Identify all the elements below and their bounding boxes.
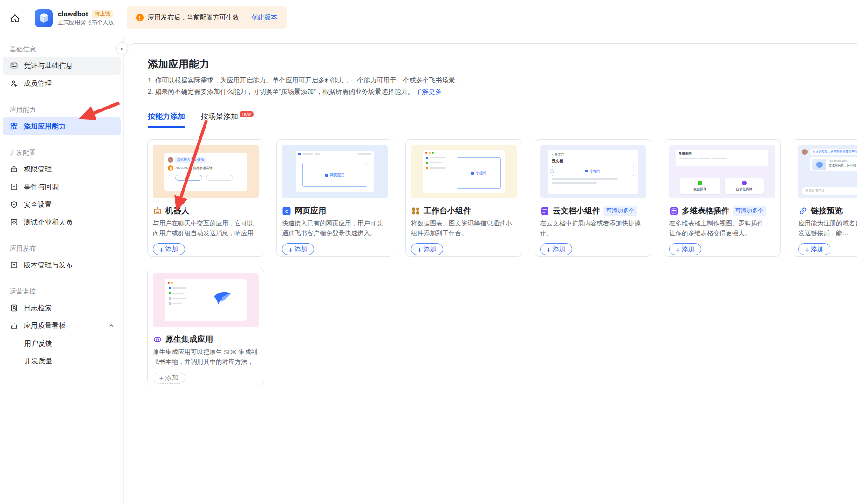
shield-check-icon [10, 200, 18, 209]
sidebar-collapse-button[interactable]: « [116, 42, 128, 54]
card-title: 云文档小组件 [553, 205, 600, 216]
bar-chart-icon [10, 321, 18, 330]
sidebar-item-label: 权限管理 [24, 165, 52, 174]
plus-icon [676, 245, 680, 253]
sidebar-item-members[interactable]: 成员管理 [3, 75, 121, 92]
publish-notice-bar: ! 应用发布后，当前配置方可生效 创建版本 [127, 6, 287, 29]
thumb-input-bar: 发送给 项目组 Aa ☺ [802, 187, 857, 195]
sidebar-divider [7, 139, 116, 139]
sidebar-section-monitoring: 运营监控 [10, 286, 116, 296]
learn-more-link[interactable]: 了解更多 [416, 88, 442, 95]
thumb-site: Learning.com [829, 159, 857, 162]
thumb-window: 小组件 [423, 150, 505, 193]
add-web-app-button[interactable]: 添加 [282, 243, 314, 255]
grid-icon [698, 181, 702, 185]
plus-icon [159, 245, 164, 253]
notice-text: 应用发布后，当前配置方可生效 [148, 14, 239, 22]
code-square-icon [10, 218, 18, 226]
sidebar-item-events[interactable]: 事件与回调 [3, 178, 121, 196]
header-divider [28, 13, 28, 23]
home-icon [10, 13, 20, 23]
card-bot: @机器人 待办事项 2022-05-20 待办事项详情 [147, 139, 264, 257]
collapse-icon: « [120, 45, 123, 52]
svg-text:e: e [285, 208, 288, 214]
sidebar-item-add-capability[interactable]: 添加应用能力 [3, 117, 121, 135]
card-title: 多维表格插件 [682, 205, 729, 216]
sidebar-item-version-release[interactable]: 版本管理与发布 [3, 256, 121, 274]
card-title: 机器人 [165, 205, 189, 216]
app-subtitle: 正式应用@飞书个人版 [58, 20, 114, 26]
create-version-link[interactable]: 创建版本 [251, 14, 277, 22]
card-desc: 快速接入已有的网页应用，用户可以通过飞书客户端免登录快速进入。 [282, 218, 388, 238]
multi-add-badge: 可添加多个 [733, 206, 766, 216]
home-button[interactable] [6, 9, 24, 27]
card-desc: 应用能为注册的域名自定…户在飞书发送链接后，能… [798, 218, 857, 238]
page-desc-1: 1. 你可以根据实际需求，为应用开启能力。单个应用可开启多种能力，一个能力可用于… [148, 76, 857, 85]
sidebar: 基础信息 凭证与基础信息 成员管理 应用能力 添加应用能力 开发配置 权限管理 … [0, 36, 124, 504]
plus-icon [288, 245, 293, 253]
thumb-file-list [169, 287, 193, 305]
app-meta: clawdbot 待上线 正式应用@飞书个人版 [58, 10, 114, 26]
card-desc: 原生集成应用可以把原生 SDK 集成到飞书本地，并调用其中的对应方法，为用户提.… [153, 347, 259, 367]
app-logo-icon[interactable] [35, 9, 53, 27]
sidebar-section-capabilities: 应用能力 [10, 105, 116, 114]
add-base-plugin-button[interactable]: 添加 [669, 243, 701, 255]
sidebar-item-test-company[interactable]: 测试企业和人员 [3, 213, 121, 231]
thumb-base-window: 多维表格 [676, 150, 768, 166]
top-bar: clawdbot 待上线 正式应用@飞书个人版 ! 应用发布后，当前配置方可生效… [0, 0, 857, 36]
sidebar-item-label: 添加应用能力 [24, 122, 66, 131]
robot-icon [153, 206, 162, 216]
sidebar-item-log-search[interactable]: 日志检索 [3, 299, 121, 317]
card-title: 原生集成应用 [165, 334, 213, 345]
sidebar-item-label: 日志检索 [24, 304, 52, 313]
thumb-view-plugin: 视图插件 [680, 178, 720, 194]
sidebar-item-credentials[interactable]: 凭证与基础信息 [3, 57, 121, 75]
lock-icon [10, 165, 18, 173]
sidebar-item-permissions[interactable]: 权限管理 [3, 160, 121, 178]
add-link-preview-button[interactable]: 添加 [798, 243, 830, 255]
sidebar-item-user-feedback[interactable]: 用户反馈 [3, 334, 121, 352]
card-desc: 将数据图表、图文资讯等信息通过小组件添加到工作台。 [411, 218, 517, 238]
id-card-icon [10, 61, 18, 70]
docs-widget-icon [540, 206, 549, 216]
sidebar-item-security[interactable]: 安全设置 [3, 196, 121, 213]
card-thumbnail: 方法到实践，从不同角度覆盖产品形态 Learning.com 方法到实践，从不同… [798, 145, 857, 198]
thumb-back: < 云文档 [552, 152, 634, 157]
event-callback-icon [10, 183, 18, 191]
card-web-app: 网页应用 e 网页应用 快速接入已有的网页应用，用户可以通过飞书客户端免登录快速… [276, 139, 393, 257]
new-badge: new [240, 111, 254, 117]
capability-cards-row-2: 原生集成应用 原生集成应用可以把原生 SDK 集成到飞书本地，并调用其中的对应方… [147, 268, 857, 385]
app-status-badge: 待上线 [92, 10, 113, 18]
capability-cards-row-1: @机器人 待办事项 2022-05-20 待办事项详情 [147, 139, 857, 257]
publish-arrow-icon [10, 261, 18, 269]
app-name: clawdbot [58, 10, 88, 18]
thumb-widget-list [426, 157, 453, 169]
add-workplace-widget-button[interactable]: 添加 [411, 243, 443, 255]
card-base-plugin: 多维表格 视图插件 自动化插件 [664, 139, 781, 257]
thumb-link-image [812, 159, 826, 170]
plus-icon [805, 245, 809, 253]
workplace-icon [411, 206, 420, 216]
sidebar-item-dev-quality[interactable]: 开发质量 [3, 352, 121, 370]
card-thumbnail: 多维表格 视图插件 自动化插件 [669, 145, 775, 198]
plus-icon: + [550, 169, 554, 173]
sidebar-item-label: 测试企业和人员 [24, 218, 73, 227]
feishu-logo-icon [212, 290, 233, 308]
card-title: 网页应用 [295, 205, 326, 216]
thumb-button-primary [175, 175, 202, 181]
chevron-up-icon[interactable] [109, 323, 114, 328]
thumb-mention-pill: @机器人 待办事项 [175, 157, 206, 163]
add-docs-widget-button[interactable]: 添加 [540, 243, 572, 255]
add-bot-button[interactable]: 添加 [153, 243, 185, 255]
tab-by-capability[interactable]: 按能力添加 [148, 112, 185, 128]
card-thumbnail: 小组件 [411, 145, 517, 198]
add-native-integration-button-disabled[interactable]: 添加 [153, 372, 185, 384]
sidebar-item-label: 事件与回调 [24, 183, 59, 191]
base-plugin-icon [669, 206, 679, 216]
tab-by-scenario[interactable]: 按场景添加new [201, 112, 252, 128]
sidebar-item-label: 开发质量 [24, 357, 52, 366]
thumb-doc-title: 云文档 [552, 158, 634, 163]
sidebar-item-quality-board[interactable]: 应用质量看板 [3, 317, 121, 334]
card-docs-widget: < 云文档 云文档 + 小组件 云文档小组件 可添加多个 [535, 139, 651, 257]
thumb-doc-panel: < 云文档 云文档 + 小组件 [548, 150, 638, 194]
